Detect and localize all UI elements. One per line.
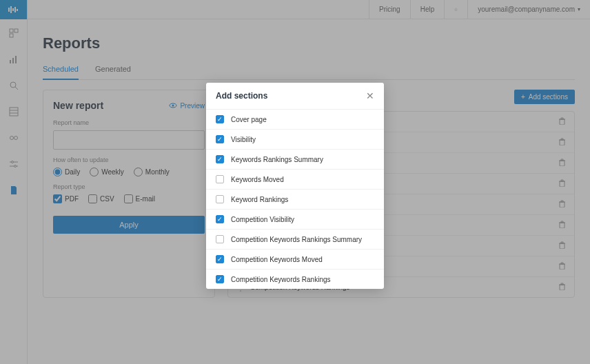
option-label: Competition Keywords Moved [231, 256, 323, 263]
checkbox[interactable]: ✓ [216, 115, 224, 123]
modal-option-row[interactable]: ✓Cover page [206, 110, 384, 130]
option-label: Competition Visibility [231, 216, 294, 223]
option-label: Visibility [231, 136, 256, 143]
checkbox[interactable]: ✓ [216, 255, 224, 263]
modal-option-row[interactable]: ✓Visibility [206, 130, 384, 150]
modal-option-row[interactable]: ✓Competition Keywords Moved [206, 250, 384, 270]
option-label: Keywords Rankings Summary [231, 156, 323, 163]
checkbox[interactable]: ✓ [216, 275, 224, 283]
modal-body: ✓Cover page✓Visibility✓Keywords Rankings… [206, 110, 384, 289]
checkbox[interactable] [216, 175, 224, 183]
checkbox[interactable]: ✓ [216, 135, 224, 143]
checkbox[interactable] [216, 195, 224, 203]
modal-option-row[interactable]: Competition Keywords Rankings Summary [206, 230, 384, 250]
checkbox[interactable] [216, 235, 224, 243]
checkbox[interactable]: ✓ [216, 215, 224, 223]
checkbox[interactable]: ✓ [216, 155, 224, 163]
modal-option-row[interactable]: ✓Competition Keywords Rankings [206, 270, 384, 289]
option-label: Keywords Moved [231, 176, 284, 183]
option-label: Cover page [231, 116, 267, 123]
modal-option-row[interactable]: Keywords Moved [206, 170, 384, 190]
modal-title: Add sections [216, 91, 267, 101]
option-label: Keyword Rankings [231, 196, 288, 203]
modal-option-row[interactable]: ✓Competition Visibility [206, 210, 384, 230]
close-icon[interactable]: ✕ [366, 91, 374, 101]
modal-option-row[interactable]: ✓Keywords Rankings Summary [206, 150, 384, 170]
option-label: Competition Keywords Rankings [231, 276, 331, 283]
modal-option-row[interactable]: Keyword Rankings [206, 190, 384, 210]
option-label: Competition Keywords Rankings Summary [231, 236, 362, 243]
add-sections-modal: Add sections ✕ ✓Cover page✓Visibility✓Ke… [206, 83, 384, 289]
